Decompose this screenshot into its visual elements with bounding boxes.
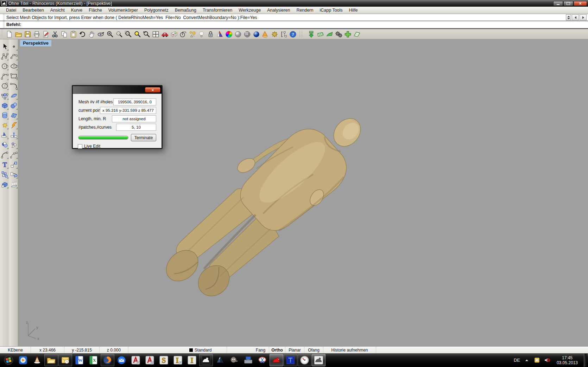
mesh-grid-icon[interactable] [169,30,178,39]
taskbar-rhino-dark-icon[interactable] [199,354,213,366]
car-icon[interactable] [160,30,169,39]
taskbar-outlook-icon[interactable] [58,354,72,366]
taskbar-word-icon[interactable]: W [72,354,86,366]
lamp-icon[interactable] [197,30,206,39]
lightning-tool-icon[interactable] [9,120,18,130]
status-historie-aufnehmen[interactable]: Historie aufnehmen [323,347,376,353]
taskbar-blue-t-icon[interactable] [284,354,297,366]
taskbar-gimp-icon[interactable] [227,354,241,366]
taskbar-wmp-icon[interactable] [16,354,30,366]
undo-icon[interactable] [78,30,87,39]
status-planar[interactable]: Planar [285,347,304,353]
orient-tool-icon[interactable] [9,169,18,179]
text-object-tool-icon[interactable]: T [0,160,9,169]
menu-icapp-tools[interactable]: iCapp Tools [316,7,346,13]
zoom-back-icon[interactable] [142,30,151,39]
blend-tool-icon[interactable] [9,150,18,160]
spheres-tool-icon[interactable] [9,101,18,110]
gears-icon[interactable] [270,30,279,39]
language-indicator[interactable]: DE [514,358,520,363]
zoom-plus-icon[interactable] [105,30,114,39]
ellipse-tool-icon[interactable] [9,61,18,71]
curve-cp-tool-icon[interactable] [0,51,9,61]
menu-kurve[interactable]: Kurve [68,7,86,13]
srf-cage-tool-icon[interactable] [0,91,9,101]
explode-tool-icon[interactable] [0,120,9,130]
add-plus-icon[interactable] [343,30,352,39]
help-icon[interactable]: ? [288,30,297,39]
trim-tool-icon[interactable] [0,130,9,140]
command-grip[interactable] [3,14,5,21]
taskbar-firefox-icon[interactable] [101,354,114,366]
round-box-tool-icon[interactable] [0,179,9,189]
scroll-down-icon[interactable] [567,18,570,19]
scroll-right-button[interactable] [580,14,587,20]
taskbar-rhino-light-icon[interactable] [312,354,325,366]
show-hidden-icons-arrow[interactable] [523,357,530,364]
scroll-left-button[interactable] [572,14,579,20]
dimension-icon[interactable] [279,30,288,39]
menu-polygonnetz[interactable]: Polygonnetz [141,7,172,13]
conic-tool-icon[interactable] [0,71,9,81]
circle-tangent-icon[interactable] [178,30,188,39]
array-tool-icon[interactable] [0,169,9,179]
cone-icon[interactable] [261,30,270,39]
rhino-app-icon[interactable] [1,1,7,6]
loft-tool-icon[interactable] [0,110,9,120]
lock-icon[interactable] [206,30,215,39]
color-wheel-icon[interactable] [224,30,233,39]
start-button[interactable] [1,354,16,367]
mesh-patch-tool-icon[interactable] [9,110,18,120]
menu-transformieren[interactable]: Transformieren [200,7,235,13]
maximize-button[interactable] [563,1,573,6]
menu-hilfe[interactable]: Hilfe [346,7,361,13]
pan-hand-icon[interactable] [87,30,96,39]
circles3-tool-icon[interactable] [9,140,18,150]
rotate-view-icon[interactable] [96,30,105,39]
menu-bearbeiten[interactable]: Bearbeiten [19,7,47,13]
paste-icon[interactable] [69,30,78,39]
menu-werkzeuge[interactable]: Werkzeuge [235,7,264,13]
menu-datei[interactable]: Datei [3,7,19,13]
taskbar-gold-i-icon[interactable]: I [185,354,199,366]
dialog-titlebar[interactable] [73,86,162,94]
srf-curved-tool-icon[interactable] [9,91,18,101]
menu-rendern[interactable]: Rendern [293,7,317,13]
curve-through-tool-icon[interactable] [9,51,18,61]
sphere-blue-icon[interactable] [252,30,261,39]
circle-tool-icon[interactable] [0,61,9,71]
taskbar-excel-icon[interactable]: X [87,354,100,366]
terminate-button[interactable]: Terminate [131,134,156,141]
taskbar-red-tool-icon[interactable] [270,354,283,366]
taskbar-snipping-icon[interactable] [255,354,269,366]
split-tool-icon[interactable] [9,130,18,140]
sphere-grid-icon[interactable] [242,30,252,39]
zoom-selected-icon[interactable] [133,30,142,39]
fillet-tool-icon[interactable] [0,150,9,160]
object-points-icon[interactable] [188,30,197,39]
dialog-close-button[interactable] [145,87,160,92]
wrap-mesh-icon[interactable] [316,30,325,39]
status-fang[interactable]: Fang [252,347,269,353]
taskbar-autocad-m-icon[interactable]: M [143,354,157,366]
new-file-icon[interactable] [5,30,14,39]
command-input[interactable] [21,21,588,28]
menu-fl-che[interactable]: Fläche [86,7,105,13]
menu-bema-ung[interactable]: Bemaßung [172,7,200,13]
boolean-tool-icon[interactable] [0,140,9,150]
status-ortho[interactable]: Ortho [269,347,285,353]
taskbar-autocad-r-icon[interactable]: R [129,354,143,366]
taskbar-toolbox-icon[interactable] [241,354,255,366]
command-scroll-spinner[interactable] [566,14,571,20]
toolbar-grip[interactable] [1,29,3,38]
status-standard[interactable]: Standard [174,347,227,353]
move-tool-icon[interactable] [9,160,18,169]
corner-curve-tool-icon[interactable] [9,81,18,91]
status-kebene[interactable]: KEbene [0,347,31,353]
pointer-tool-icon[interactable] [0,41,9,51]
taskbar-pyramid-icon[interactable] [213,354,227,366]
point-tool-icon[interactable] [9,41,18,51]
command-grip-2[interactable] [3,21,5,28]
cut-icon[interactable] [50,30,59,39]
open-folder-icon[interactable] [14,30,23,39]
